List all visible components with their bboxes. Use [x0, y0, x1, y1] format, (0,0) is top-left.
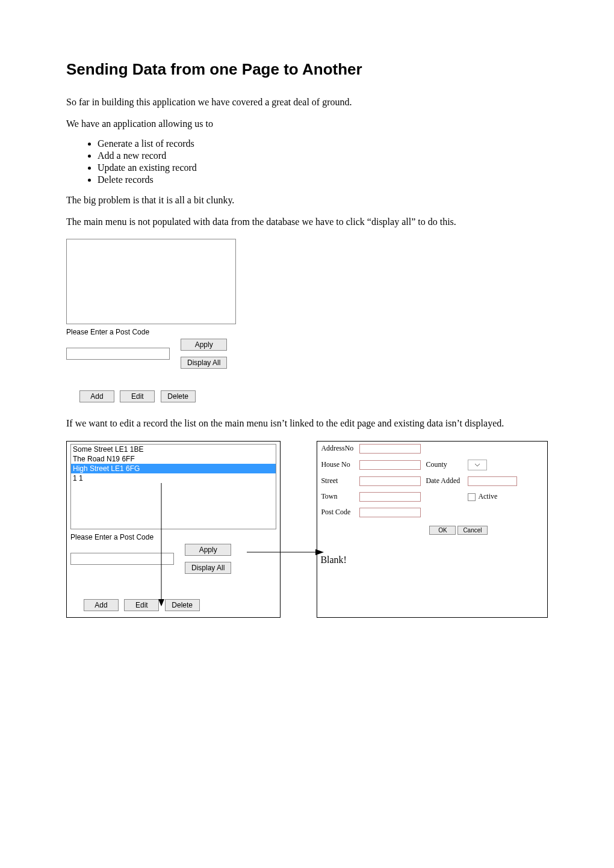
left-panel: Some Street LE1 1BE The Road N19 6FF Hig… — [66, 441, 281, 618]
list-item: Update an existing record — [98, 162, 548, 173]
town-input[interactable] — [359, 492, 421, 502]
field-label: Active — [478, 492, 497, 500]
records-listbox[interactable] — [66, 239, 236, 324]
active-checkbox[interactable] — [468, 493, 476, 501]
list-item[interactable]: The Road N19 6FF — [71, 454, 276, 464]
list-item[interactable]: High Street LE1 6FG — [71, 464, 276, 473]
figure-main-menu: Please Enter a Post Code Apply Display A… — [66, 239, 548, 402]
active-checkbox-wrap[interactable]: Active — [468, 492, 522, 501]
page-title: Sending Data from one Page to Another — [66, 60, 548, 79]
delete-button[interactable]: Delete — [161, 390, 196, 402]
field-label: AddressNo — [321, 444, 359, 453]
blank-callout: Blank! — [320, 555, 347, 565]
list-item: Add a new record — [98, 150, 548, 161]
records-listbox[interactable]: Some Street LE1 1BE The Road N19 6FF Hig… — [70, 444, 276, 529]
postcode-input[interactable] — [70, 553, 174, 565]
edit-button[interactable]: Edit — [124, 599, 159, 611]
add-button[interactable]: Add — [84, 599, 119, 611]
postcode-label: Please Enter a Post Code — [66, 328, 548, 336]
apply-button[interactable]: Apply — [185, 544, 231, 556]
cancel-button[interactable]: Cancel — [457, 526, 487, 535]
field-label: Street — [321, 476, 359, 485]
chevron-down-icon — [474, 463, 480, 467]
ok-button[interactable]: OK — [429, 526, 456, 535]
postcode-label: Please Enter a Post Code — [70, 533, 276, 541]
figure-edit-page: Some Street LE1 1BE The Road N19 6FF Hig… — [66, 441, 548, 618]
field-label: House No — [321, 460, 359, 469]
field-label: Post Code — [321, 508, 359, 517]
dateadded-input[interactable] — [468, 476, 517, 486]
street-input[interactable] — [359, 476, 421, 486]
addressno-input[interactable] — [359, 444, 421, 454]
add-button[interactable]: Add — [79, 390, 114, 402]
paragraph: If we want to edit a record the list on … — [66, 417, 548, 430]
houseno-input[interactable] — [359, 460, 421, 470]
paragraph: So far in building this application we h… — [66, 96, 548, 109]
list-item[interactable]: Some Street LE1 1BE — [71, 445, 276, 454]
edit-form-panel: AddressNo House No County Street Date Ad… — [317, 441, 548, 618]
paragraph: We have an application allowing us to — [66, 117, 548, 131]
field-label: County — [426, 460, 468, 469]
county-select[interactable] — [468, 460, 487, 470]
postcode-input[interactable] — [66, 348, 170, 360]
apply-button[interactable]: Apply — [181, 339, 227, 351]
display-all-button[interactable]: Display All — [185, 562, 231, 574]
bullet-list: Generate a list of records Add a new rec… — [66, 138, 548, 185]
display-all-button[interactable]: Display All — [181, 357, 227, 369]
paragraph: The big problem is that it is all a bit … — [66, 194, 548, 207]
field-label: Town — [321, 492, 359, 501]
delete-button[interactable]: Delete — [165, 599, 200, 611]
edit-button[interactable]: Edit — [120, 390, 155, 402]
field-label: Date Added — [426, 476, 468, 485]
list-item: Delete records — [98, 174, 548, 185]
paragraph: The main menu is not populated with data… — [66, 215, 548, 229]
postcode-input[interactable] — [359, 508, 421, 517]
list-item: Generate a list of records — [98, 138, 548, 149]
list-item[interactable]: 1 1 — [71, 473, 276, 483]
